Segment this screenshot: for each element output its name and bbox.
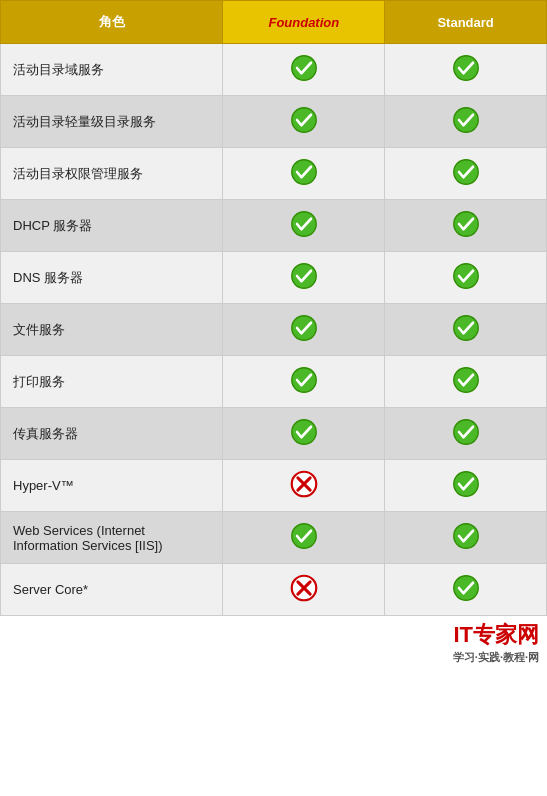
standard-cell (385, 512, 547, 564)
standard-cell (385, 356, 547, 408)
standard-header: Standard (385, 1, 547, 44)
foundation-header: Foundation (223, 1, 385, 44)
role-cell: Hyper-V™ (1, 460, 223, 512)
standard-cell (385, 96, 547, 148)
foundation-cell (223, 148, 385, 200)
table-row: 传真服务器 (1, 408, 547, 460)
standard-cell (385, 148, 547, 200)
foundation-cell (223, 200, 385, 252)
role-cell: 活动目录轻量级目录服务 (1, 96, 223, 148)
watermark: IT专家网 学习·实践·教程·网 (0, 616, 547, 669)
role-cell: 活动目录权限管理服务 (1, 148, 223, 200)
role-cell: 传真服务器 (1, 408, 223, 460)
svg-point-1 (453, 56, 478, 81)
svg-point-5 (453, 160, 478, 185)
role-header: 角色 (1, 1, 223, 44)
svg-point-19 (453, 472, 478, 497)
standard-cell (385, 304, 547, 356)
table-row: Server Core* (1, 564, 547, 616)
svg-point-0 (292, 56, 317, 81)
role-cell: 文件服务 (1, 304, 223, 356)
foundation-cell (223, 252, 385, 304)
svg-point-25 (453, 576, 478, 601)
foundation-cell (223, 304, 385, 356)
standard-cell (385, 252, 547, 304)
svg-point-9 (453, 264, 478, 289)
svg-point-20 (292, 524, 317, 549)
foundation-cell (223, 512, 385, 564)
table-row: 活动目录域服务 (1, 44, 547, 96)
tagline-label: 学习·实践·教程·网 (8, 650, 539, 665)
role-cell: Web Services (Internet Information Servi… (1, 512, 223, 564)
svg-point-14 (292, 420, 317, 445)
comparison-table: 角色 Foundation Standard 活动目录域服务 活动目录轻量级目录… (0, 0, 547, 616)
role-cell: DNS 服务器 (1, 252, 223, 304)
table-row: 文件服务 (1, 304, 547, 356)
standard-cell (385, 408, 547, 460)
svg-point-2 (292, 108, 317, 133)
table-row: 打印服务 (1, 356, 547, 408)
standard-cell (385, 200, 547, 252)
table-row: 活动目录权限管理服务 (1, 148, 547, 200)
table-row: Hyper-V™ (1, 460, 547, 512)
svg-point-12 (292, 368, 317, 393)
role-cell: DHCP 服务器 (1, 200, 223, 252)
table-row: Web Services (Internet Information Servi… (1, 512, 547, 564)
foundation-cell (223, 564, 385, 616)
foundation-cell (223, 44, 385, 96)
svg-point-10 (292, 316, 317, 341)
foundation-cell (223, 356, 385, 408)
role-cell: Server Core* (1, 564, 223, 616)
svg-point-7 (453, 212, 478, 237)
brand-label: IT专家网 (453, 622, 539, 647)
svg-point-8 (292, 264, 317, 289)
standard-cell (385, 564, 547, 616)
role-cell: 活动目录域服务 (1, 44, 223, 96)
foundation-cell (223, 460, 385, 512)
svg-point-4 (292, 160, 317, 185)
role-cell: 打印服务 (1, 356, 223, 408)
svg-point-6 (292, 212, 317, 237)
table-row: DHCP 服务器 (1, 200, 547, 252)
svg-point-11 (453, 316, 478, 341)
standard-cell (385, 460, 547, 512)
svg-point-21 (453, 524, 478, 549)
svg-point-15 (453, 420, 478, 445)
table-row: DNS 服务器 (1, 252, 547, 304)
svg-point-3 (453, 108, 478, 133)
standard-cell (385, 44, 547, 96)
table-row: 活动目录轻量级目录服务 (1, 96, 547, 148)
svg-point-13 (453, 368, 478, 393)
foundation-cell (223, 408, 385, 460)
foundation-cell (223, 96, 385, 148)
